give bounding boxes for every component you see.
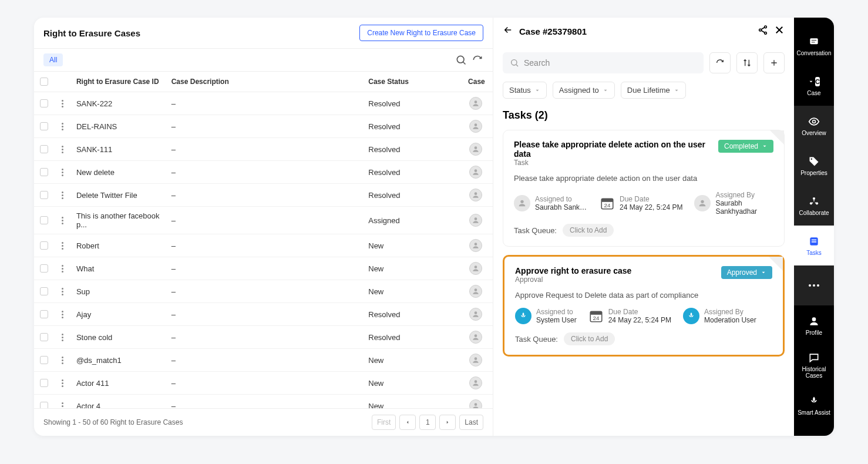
row-menu-icon[interactable]: [62, 357, 63, 364]
refresh-icon[interactable]: [472, 54, 483, 66]
cell-id: What: [72, 260, 167, 278]
task-card-highlighted[interactable]: Approve right to erasure case Approval A…: [503, 255, 785, 357]
search-input[interactable]: [503, 52, 704, 73]
cell-id: Stone cold: [72, 328, 167, 347]
filter-chip-status[interactable]: Status: [503, 82, 547, 99]
row-menu-icon[interactable]: [62, 169, 63, 176]
table-row[interactable]: New delete – Resolved: [34, 161, 493, 184]
back-icon[interactable]: [503, 25, 513, 38]
sidebar-item-more[interactable]: [794, 265, 834, 305]
filter-chip-due[interactable]: Due Lifetime: [621, 82, 686, 99]
pagination-next[interactable]: [439, 415, 456, 430]
table-row[interactable]: What – New: [34, 257, 493, 280]
row-checkbox[interactable]: [40, 379, 48, 387]
avatar: [469, 308, 482, 321]
row-menu-icon[interactable]: [62, 242, 63, 250]
filter-all-tab[interactable]: All: [43, 53, 63, 66]
detail-header: Case #25379801: [493, 18, 794, 45]
pagination-page[interactable]: 1: [419, 415, 436, 430]
status-pill-completed[interactable]: Completed: [718, 140, 773, 153]
table-row[interactable]: SANK-222 – Resolved: [34, 92, 493, 115]
sidebar-item-tasks[interactable]: Tasks: [794, 226, 834, 265]
sort-button[interactable]: [736, 52, 758, 73]
svg-point-5: [475, 169, 477, 172]
row-checkbox[interactable]: [40, 264, 48, 273]
row-checkbox[interactable]: [40, 402, 48, 408]
pagination-prev[interactable]: [399, 415, 416, 430]
avatar: [514, 195, 530, 211]
table-row[interactable]: Stone cold – Resolved: [34, 326, 493, 349]
row-checkbox[interactable]: [40, 191, 48, 199]
sidebar-item-collaborate[interactable]: Collaborate: [794, 186, 834, 226]
row-menu-icon[interactable]: [62, 123, 63, 130]
cell-status: Resolved: [364, 95, 465, 113]
row-checkbox[interactable]: [40, 216, 48, 224]
table-row[interactable]: Actor 411 – New: [34, 372, 493, 395]
cell-owner: [465, 161, 493, 183]
close-icon[interactable]: [774, 25, 785, 38]
cell-owner: [465, 92, 493, 115]
sidebar-item-properties[interactable]: Properties: [794, 146, 834, 186]
table-row[interactable]: Sup – New: [34, 280, 493, 303]
sidebar-item-overview[interactable]: Overview: [794, 106, 834, 146]
sidebar-item-historical-cases[interactable]: Historical Cases: [794, 345, 834, 385]
row-checkbox[interactable]: [40, 241, 48, 250]
click-to-add-button[interactable]: Click to Add: [563, 224, 614, 237]
status-pill-approved[interactable]: Approved: [721, 266, 772, 279]
column-header-owner[interactable]: Case: [465, 72, 493, 92]
table-row[interactable]: Robert – New: [34, 234, 493, 257]
row-menu-icon[interactable]: [62, 402, 63, 409]
create-case-button[interactable]: Create New Right to Erasure Case: [359, 25, 483, 41]
filter-chip-assigned[interactable]: Assigned to: [553, 82, 615, 99]
share-icon[interactable]: [758, 25, 768, 38]
table-row[interactable]: Delete Twitter File – Resolved: [34, 184, 493, 207]
sidebar-item-profile[interactable]: Profile: [794, 305, 834, 345]
table-row[interactable]: Actor 4 – New: [34, 395, 493, 408]
cell-status: Resolved: [364, 117, 465, 136]
avatar: [469, 97, 482, 110]
sidebar-item-case[interactable]: C Case: [794, 66, 834, 106]
row-menu-icon[interactable]: [62, 146, 63, 153]
add-button[interactable]: [763, 52, 785, 73]
column-header-status[interactable]: Case Status: [364, 72, 465, 92]
row-checkbox[interactable]: [40, 356, 48, 364]
row-checkbox[interactable]: [40, 168, 48, 176]
row-checkbox[interactable]: [40, 333, 48, 341]
sidebar-item-smart-assist[interactable]: Smart Assist: [794, 385, 834, 425]
sidebar-item-conversation[interactable]: Conversation: [794, 26, 834, 66]
row-checkbox[interactable]: [40, 287, 48, 295]
cell-status: Resolved: [364, 305, 465, 324]
row-checkbox[interactable]: [40, 310, 48, 318]
refresh-button[interactable]: [709, 52, 731, 73]
row-menu-icon[interactable]: [62, 191, 63, 199]
select-all-checkbox[interactable]: [40, 78, 48, 86]
cell-id: SANK-222: [72, 95, 167, 113]
column-header-desc[interactable]: Case Description: [167, 72, 364, 92]
row-menu-icon[interactable]: [62, 334, 63, 341]
svg-point-11: [475, 311, 477, 314]
table-row[interactable]: Ajay – Resolved: [34, 303, 493, 326]
row-checkbox[interactable]: [40, 122, 48, 130]
search-icon[interactable]: [455, 54, 467, 66]
row-menu-icon[interactable]: [62, 379, 63, 387]
column-header-id[interactable]: Right to Erasure Case ID: [72, 72, 167, 92]
pagination-last[interactable]: Last: [459, 415, 483, 430]
row-menu-icon[interactable]: [62, 265, 63, 273]
cell-desc: –: [167, 283, 364, 301]
row-checkbox[interactable]: [40, 145, 48, 153]
cell-owner: [465, 115, 493, 137]
table-row[interactable]: @ds_match1 – New: [34, 349, 493, 372]
row-menu-icon[interactable]: [62, 311, 63, 318]
row-menu-icon[interactable]: [62, 100, 63, 107]
table-row[interactable]: SANK-111 – Resolved: [34, 138, 493, 161]
table-row[interactable]: This is another facebook p... – Assigned: [34, 207, 493, 234]
click-to-add-button[interactable]: Click to Add: [564, 332, 615, 345]
table-row[interactable]: DEL-RAINS – Resolved: [34, 115, 493, 138]
row-checkbox[interactable]: [40, 99, 48, 107]
pagination-first[interactable]: First: [372, 415, 396, 430]
row-menu-icon[interactable]: [62, 288, 63, 295]
task-card[interactable]: Please take appropriate delete action on…: [503, 130, 785, 247]
cell-status: New: [364, 397, 465, 409]
row-menu-icon[interactable]: [62, 217, 63, 224]
conversation-icon: [808, 36, 820, 48]
